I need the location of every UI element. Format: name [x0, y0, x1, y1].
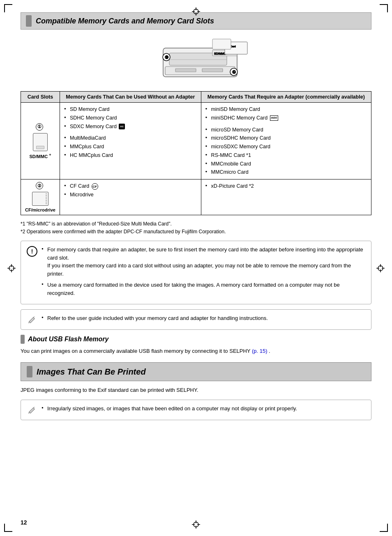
- list-item: MMCplus Card: [64, 143, 197, 151]
- usb-link[interactable]: (p. 15): [252, 348, 267, 354]
- note-item-2: Use a memory card formatted in the devic…: [42, 281, 365, 297]
- col3-list-1b: microSD Memory Card microSDHC Memory Car…: [205, 126, 367, 177]
- corner-mark-tr: [380, 4, 388, 12]
- col3-list-2: xD-Picture Card *2: [205, 182, 367, 191]
- usb-text: You can print images on a commercially a…: [21, 347, 371, 356]
- images-text: JPEG images conforming to the Exif stand…: [21, 386, 371, 395]
- list-item: microSD Memory Card: [205, 126, 367, 134]
- list-item: MMCmicro Card: [205, 168, 367, 177]
- footnote-2: *2 Operations were confirmed with the ad…: [21, 228, 371, 236]
- page-number: 12: [21, 519, 27, 526]
- images-section-title: Images That Can Be Printed: [37, 367, 146, 377]
- usb-section-header: About USB Flash Memory: [21, 335, 371, 344]
- exclaim-icon: !: [27, 246, 37, 257]
- images-note-list: Irregularly sized images, or images that…: [42, 404, 365, 413]
- usb-text-main: You can print images on a commercially a…: [21, 348, 250, 354]
- footnote-1: *1 "RS-MMC" is an abbreviation of "Reduc…: [21, 220, 371, 228]
- pencil-note-box: Refer to the user guide included with yo…: [21, 309, 371, 330]
- col2-list-2: CF Card CF Microdrive: [64, 182, 197, 199]
- table-header-col1: Card Slots: [21, 92, 60, 103]
- footnotes: *1 "RS-MMC" is an abbreviation of "Reduc…: [21, 220, 371, 236]
- mini-icon: mini: [270, 115, 278, 121]
- device-illustration: SD/MMC+ ② ① CF Card: [130, 36, 262, 85]
- svg-text:①: ①: [232, 70, 236, 74]
- slot-cell-1: ① SD/MMC +: [21, 103, 60, 179]
- table-header-col2: Memory Cards That Can be Used Without an…: [60, 92, 201, 103]
- note-item-1: For memory cards that require an adapter…: [42, 245, 365, 278]
- important-note-content: For memory cards that require an adapter…: [42, 245, 365, 300]
- section-tab: [26, 15, 32, 27]
- usb-text-end: .: [269, 348, 270, 354]
- list-item: miniSDHC Memory Card mini: [205, 114, 367, 122]
- table-row-2: ② CF/microdrive CF Card CF Microdrive x: [21, 179, 371, 215]
- slot-col2-1: SD Memory Card SDHC Memory Card SDXC Mem…: [60, 103, 201, 179]
- section1-title: Compatible Memory Cards and Memory Card …: [36, 17, 214, 25]
- slot-num-1: ①: [36, 123, 43, 131]
- svg-text:②: ②: [165, 55, 168, 60]
- svg-rect-29: [212, 39, 231, 49]
- svg-rect-22: [202, 69, 223, 72]
- slot-cell-2: ② CF/microdrive: [21, 179, 60, 215]
- col2-list-1: SD Memory Card SDHC Memory Card SDXC Mem…: [64, 105, 197, 131]
- table-row-1: ① SD/MMC + SD Memory Card SDHC Memory Ca…: [21, 103, 371, 179]
- list-item: HC MMCplus Card: [64, 151, 197, 160]
- svg-line-32: [29, 412, 29, 414]
- list-item: MultiMediaCard: [64, 134, 197, 143]
- slot-col3-2: xD-Picture Card *2: [201, 179, 371, 215]
- list-item: SDXC Memory Card xc: [64, 122, 197, 131]
- page-container: Compatible Memory Cards and Memory Card …: [0, 0, 392, 536]
- crosshair-top: [192, 7, 200, 16]
- images-pencil-icon: [27, 405, 37, 416]
- pencil-note-content: Refer to the user guide included with yo…: [42, 314, 365, 325]
- important-note-list: For memory cards that require an adapter…: [42, 245, 365, 297]
- col3-list-1: miniSD Memory Card miniSDHC Memory Card …: [205, 105, 367, 122]
- corner-mark-br: [380, 524, 388, 532]
- slot-num-2: ②: [36, 182, 43, 189]
- pencil-icon: [27, 315, 37, 325]
- table-header-col3: Memory Cards That Require an Adapter (co…: [201, 92, 371, 103]
- list-item: SDHC Memory Card: [64, 114, 197, 122]
- table-header-col3-text: Memory Cards That Require an Adapter (co…: [208, 94, 365, 100]
- cf-icon: CF: [92, 183, 98, 190]
- important-note-box: ! For memory cards that require an adapt…: [21, 241, 371, 304]
- device-image-area: SD/MMC+ ② ① CF Card: [21, 34, 371, 87]
- list-item: SD Memory Card: [64, 105, 197, 114]
- svg-rect-21: [175, 69, 196, 72]
- pencil-note-item: Refer to the user guide included with yo…: [42, 314, 365, 323]
- svg-line-31: [33, 317, 35, 317]
- images-note-box: Irregularly sized images, or images that…: [21, 400, 371, 420]
- list-item: xD-Picture Card *2: [205, 182, 367, 191]
- slot-col3-1: miniSD Memory Card miniSDHC Memory Card …: [201, 103, 371, 179]
- list-item: microSDHC Memory Card: [205, 134, 367, 143]
- pencil-note-list: Refer to the user guide included with yo…: [42, 314, 365, 323]
- list-item: miniSD Memory Card: [205, 105, 367, 114]
- images-note-content: Irregularly sized images, or images that…: [42, 404, 365, 416]
- list-item: MMCmobile Card: [205, 160, 367, 168]
- list-item: microSDXC Memory Card: [205, 143, 367, 151]
- crosshair-bottom: [192, 520, 200, 529]
- images-tab: [27, 366, 32, 377]
- images-section-header: Images That Can Be Printed: [21, 362, 371, 381]
- list-item: CF Card CF: [64, 182, 197, 191]
- images-note-item: Irregularly sized images, or images that…: [42, 404, 365, 413]
- compat-table: Card Slots Memory Cards That Can be Used…: [21, 91, 371, 215]
- table-header-col2-text: Memory Cards That Can be Used Without an…: [66, 94, 195, 100]
- svg-line-33: [33, 407, 35, 408]
- slot-label-1: SD/MMC +: [25, 153, 55, 159]
- corner-mark-bl: [4, 524, 12, 532]
- slot-col2-2: CF Card CF Microdrive: [60, 179, 201, 215]
- usb-title: About USB Flash Memory: [28, 336, 108, 343]
- list-item: Microdrive: [64, 191, 197, 199]
- list-item: RS-MMC Card *1: [205, 151, 367, 160]
- slot-label-2: CF/microdrive: [25, 207, 55, 212]
- crosshair-left: [7, 264, 16, 272]
- usb-tab: [21, 335, 25, 344]
- corner-mark-tl: [4, 4, 12, 12]
- crosshair-right: [376, 264, 385, 272]
- sdxc-icon: xc: [119, 124, 125, 129]
- svg-line-30: [29, 322, 29, 323]
- col2-list-1b: MultiMediaCard MMCplus Card HC MMCplus C…: [64, 134, 197, 159]
